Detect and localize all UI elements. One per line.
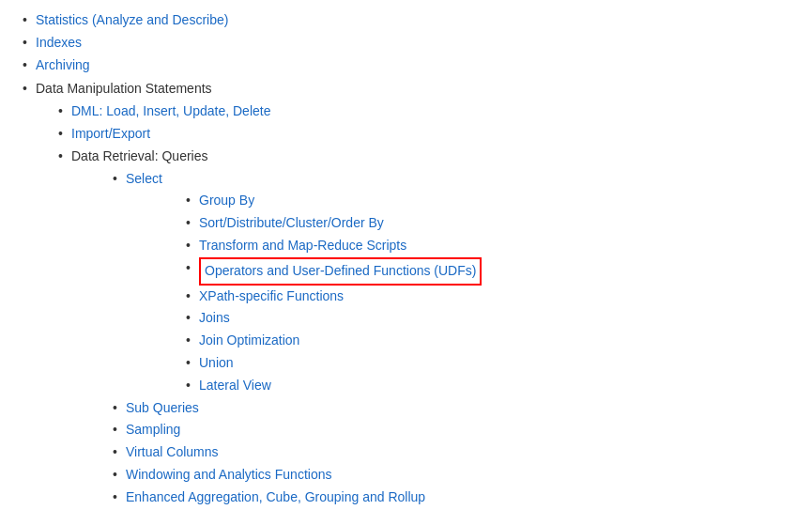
data-manipulation-label: Data Manipulation Statements (36, 81, 212, 96)
operators-udfs-link[interactable]: Operators and User-Defined Functions (UD… (199, 257, 482, 286)
union-link[interactable]: Union (199, 355, 234, 370)
statistics-link[interactable]: Statistics (Analyze and Describe) (36, 12, 228, 27)
xpath-functions-link[interactable]: XPath-specific Functions (199, 288, 344, 303)
data-retrieval-label: Data Retrieval: Queries (71, 148, 208, 163)
xpath-functions-item[interactable]: XPath-specific Functions (182, 286, 793, 308)
group-by-item[interactable]: Group By (182, 190, 793, 212)
joins-item[interactable]: Joins (182, 307, 793, 330)
indexes-item[interactable]: Indexes (19, 32, 793, 54)
transform-map-link[interactable]: Transform and Map-Reduce Scripts (199, 238, 406, 253)
lateral-view-item[interactable]: Lateral View (182, 375, 793, 397)
sub-queries-link[interactable]: Sub Queries (126, 400, 199, 415)
data-retrieval-item: Data Retrieval: Queries Select Group By … (54, 146, 793, 509)
transform-map-item[interactable]: Transform and Map-Reduce Scripts (182, 235, 793, 257)
select-item[interactable]: Select Group By Sort/Distribute/Cluster/… (109, 168, 793, 397)
data-manipulation-item: Data Manipulation Statements DML: Load, … (19, 78, 793, 508)
sort-distribute-item[interactable]: Sort/Distribute/Cluster/Order By (182, 212, 793, 235)
windowing-item[interactable]: Windowing and Analytics Functions (109, 464, 793, 487)
sort-distribute-link[interactable]: Sort/Distribute/Cluster/Order By (199, 215, 384, 230)
operators-udfs-item[interactable]: Operators and User-Defined Functions (UD… (182, 257, 793, 286)
joins-link[interactable]: Joins (199, 310, 230, 325)
enhanced-link[interactable]: Enhanced Aggregation, Cube, Grouping and… (126, 489, 425, 504)
group-by-link[interactable]: Group By (199, 193, 254, 208)
sub-queries-item[interactable]: Sub Queries (109, 397, 793, 420)
windowing-link[interactable]: Windowing and Analytics Functions (126, 467, 331, 482)
join-optimization-link[interactable]: Join Optimization (199, 332, 299, 348)
union-item[interactable]: Union (182, 352, 793, 375)
lateral-view-link[interactable]: Lateral View (199, 378, 271, 393)
archiving-link[interactable]: Archiving (36, 57, 90, 72)
statistics-item[interactable]: Statistics (Analyze and Describe) (19, 9, 793, 32)
virtual-columns-link[interactable]: Virtual Columns (126, 444, 219, 459)
enhanced-item[interactable]: Enhanced Aggregation, Cube, Grouping and… (109, 487, 793, 509)
import-export-link[interactable]: Import/Export (71, 126, 150, 141)
archiving-item[interactable]: Archiving (19, 54, 793, 77)
sampling-link[interactable]: Sampling (126, 422, 180, 437)
join-optimization-item[interactable]: Join Optimization (182, 330, 793, 352)
select-link[interactable]: Select (126, 171, 162, 186)
dml-item[interactable]: DML: Load, Insert, Update, Delete (54, 100, 793, 123)
indexes-link[interactable]: Indexes (36, 35, 82, 50)
sampling-item[interactable]: Sampling (109, 419, 793, 441)
dml-link[interactable]: DML: Load, Insert, Update, Delete (71, 103, 270, 118)
import-export-item[interactable]: Import/Export (54, 123, 793, 146)
virtual-columns-item[interactable]: Virtual Columns (109, 441, 793, 464)
